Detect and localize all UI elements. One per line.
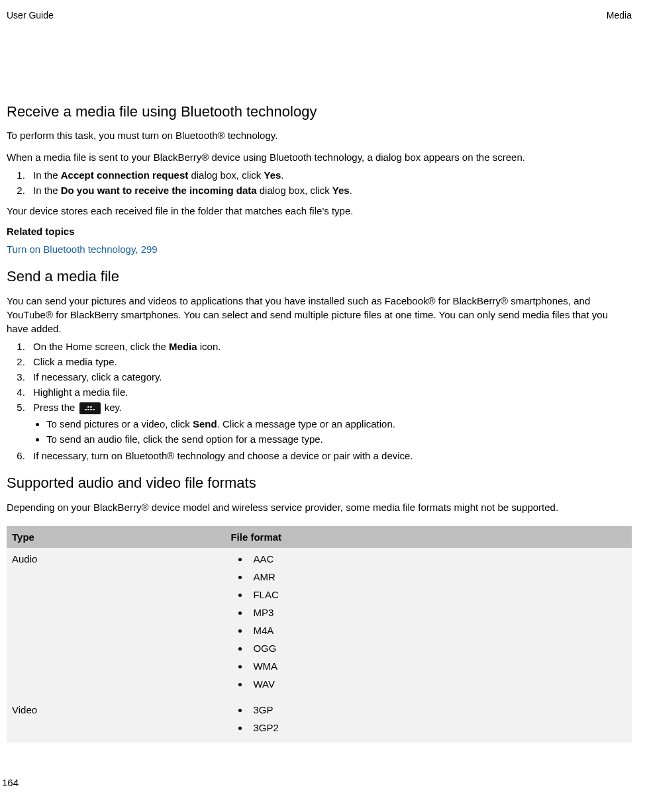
col-type-header: Type — [7, 526, 225, 548]
page-number: 164 — [2, 777, 19, 788]
related-link[interactable]: Turn on Bluetooth technology, 299 — [7, 244, 158, 255]
send-intro: You can send your pictures and videos to… — [7, 294, 632, 336]
receive-step-2: In the Do you want to receive the incomi… — [28, 183, 632, 197]
header-right: Media — [607, 9, 632, 23]
page-content: Receive a media file using Bluetooth tec… — [0, 102, 638, 743]
section-receive: Receive a media file using Bluetooth tec… — [7, 102, 632, 257]
send-step5-bullets: To send pictures or a video, click Send.… — [33, 417, 632, 446]
list-item: M4A — [249, 623, 626, 637]
receive-intro: To perform this task, you must turn on B… — [7, 128, 632, 142]
cell-video-type: Video — [7, 699, 225, 743]
section-send: Send a media file You can send your pict… — [7, 267, 632, 463]
send-steps: On the Home screen, click the Media icon… — [7, 339, 632, 463]
table-row-video: Video 3GP 3GP2 — [7, 699, 632, 743]
section-formats: Supported audio and video file formats D… — [7, 473, 632, 743]
col-format-header: File format — [225, 526, 632, 548]
send-step-3: If necessary, click a category. — [28, 370, 632, 384]
receive-step-1: In the Accept connection request dialog … — [28, 168, 632, 182]
heading-formats: Supported audio and video file formats — [7, 473, 632, 494]
table-header-row: Type File format — [7, 526, 632, 548]
formats-table: Type File format Audio AAC AMR FLAC MP3 … — [7, 526, 632, 743]
list-item: 3GP — [249, 703, 626, 717]
list-item: MP3 — [249, 606, 626, 619]
list-item: FLAC — [249, 588, 626, 602]
send-step-6: If necessary, turn on Bluetooth® technol… — [28, 449, 632, 463]
page-footer: 164 — [0, 776, 638, 789]
heading-receive: Receive a media file using Bluetooth tec… — [7, 102, 632, 122]
video-format-list: 3GP 3GP2 — [230, 703, 626, 735]
cell-audio-formats: AAC AMR FLAC MP3 M4A OGG WMA WAV — [225, 548, 632, 699]
receive-para2: Your device stores each received file in… — [7, 204, 632, 218]
send-step-4: Highlight a media file. — [28, 385, 632, 399]
audio-format-list: AAC AMR FLAC MP3 M4A OGG WMA WAV — [230, 552, 626, 691]
heading-send: Send a media file — [7, 267, 632, 287]
formats-intro: Depending on your BlackBerry® device mod… — [7, 500, 632, 514]
send-bullet-2: To send an audio file, click the send op… — [46, 432, 632, 446]
receive-steps: In the Accept connection request dialog … — [7, 168, 632, 197]
list-item: AMR — [249, 570, 626, 584]
receive-para1: When a media file is sent to your BlackB… — [7, 150, 632, 164]
send-bullet-1: To send pictures or a video, click Send.… — [46, 417, 632, 431]
send-step-2: Click a media type. — [28, 355, 632, 369]
table-row-audio: Audio AAC AMR FLAC MP3 M4A OGG WMA WAV — [7, 548, 632, 699]
list-item: 3GP2 — [249, 721, 626, 735]
menu-key-icon — [79, 402, 101, 414]
list-item: OGG — [249, 641, 626, 655]
page-header: User Guide Media — [0, 9, 638, 23]
header-left: User Guide — [7, 9, 54, 23]
list-item: AAC — [249, 552, 626, 566]
cell-audio-type: Audio — [7, 548, 225, 699]
cell-video-formats: 3GP 3GP2 — [225, 699, 632, 743]
related-topics-heading: Related topics — [7, 224, 632, 238]
send-step-5: Press the key. To send pictures or a vid… — [28, 400, 632, 446]
list-item: WAV — [249, 677, 626, 691]
send-step-1: On the Home screen, click the Media icon… — [28, 339, 632, 353]
list-item: WMA — [249, 659, 626, 673]
